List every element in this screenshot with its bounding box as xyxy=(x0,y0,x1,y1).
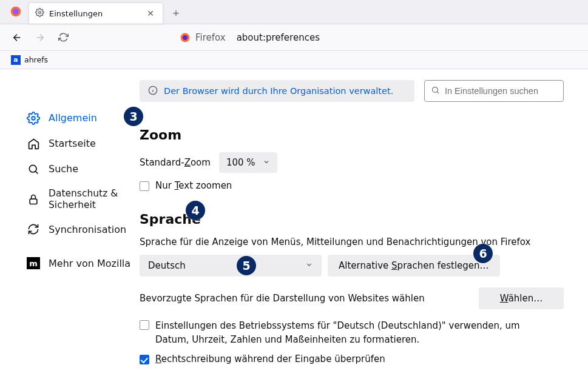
reload-button[interactable] xyxy=(53,28,73,47)
use-os-locale-label: Einstellungen des Betriebssystems für "D… xyxy=(155,319,540,346)
zoom-heading: Zoom xyxy=(140,127,564,143)
default-zoom-label: Standard-Zoom xyxy=(140,157,211,168)
default-zoom-select[interactable]: 100 % xyxy=(219,152,277,173)
preferences-sidebar: Allgemein 3 Startseite Suche Datenschutz… xyxy=(0,69,140,379)
sidebar-item-label: Datenschutz & Sicherheit xyxy=(49,188,135,210)
back-button[interactable] xyxy=(7,28,27,47)
sidebar-item-label: Startseite xyxy=(49,138,135,149)
preferences-content: Der Browser wird durch Ihre Organisation… xyxy=(140,69,588,379)
sidebar-item-label: Synchronisation xyxy=(49,224,135,235)
preferences-pane: Allgemein 3 Startseite Suche Datenschutz… xyxy=(0,69,588,379)
svg-point-1 xyxy=(13,8,19,15)
use-os-locale-checkbox[interactable]: Einstellungen des Betriebssystems für "D… xyxy=(140,319,540,346)
language-select[interactable]: Deutsch xyxy=(140,255,322,277)
close-icon[interactable]: ✕ xyxy=(144,7,157,19)
checkbox-icon xyxy=(140,320,149,330)
preferences-search[interactable] xyxy=(424,80,564,102)
svg-point-4 xyxy=(183,35,188,39)
address-app-label: Firefox xyxy=(195,32,226,43)
bookmarks-toolbar: a ahrefs xyxy=(0,51,588,69)
svg-point-9 xyxy=(433,87,438,93)
tab-strip: Einstellungen ✕ ＋ xyxy=(0,0,588,24)
tutorial-badge-6: 6 xyxy=(473,244,493,263)
sidebar-item-privacy[interactable]: Datenschutz & Sicherheit xyxy=(22,182,140,216)
default-zoom-value: 100 % xyxy=(226,157,255,168)
new-tab-button[interactable]: ＋ xyxy=(166,3,186,22)
sidebar-item-label: Allgemein xyxy=(49,112,135,124)
sidebar-item-home[interactable]: Startseite xyxy=(22,131,140,156)
bookmark-label: ahrefs xyxy=(24,55,48,64)
lock-icon xyxy=(27,193,40,206)
sidebar-item-search[interactable]: Suche xyxy=(22,156,140,182)
language-description: Sprache für die Anzeige von Menüs, Mitte… xyxy=(140,236,564,247)
info-icon xyxy=(148,86,158,97)
text-only-zoom-label: Nur Text zoomen xyxy=(155,180,232,191)
search-icon xyxy=(27,163,40,176)
spellcheck-checkbox[interactable]: Rechtschreibung während der Eingabe über… xyxy=(140,354,564,364)
spellcheck-label: Rechtschreibung während der Eingabe über… xyxy=(155,354,385,364)
search-icon xyxy=(431,86,440,96)
choose-languages-button[interactable]: Wählen… xyxy=(479,287,564,309)
tutorial-badge-3: 3 xyxy=(124,107,143,126)
sidebar-item-more-mozilla[interactable]: m Mehr von Mozilla xyxy=(22,250,140,276)
checkbox-icon xyxy=(140,181,149,191)
firefox-logo-icon xyxy=(180,32,191,43)
tutorial-badge-5: 5 xyxy=(237,256,256,275)
forward-button xyxy=(30,28,50,47)
firefox-logo-icon xyxy=(7,3,24,20)
svg-point-6 xyxy=(29,165,36,172)
address-bar[interactable]: Firefox about:preferences xyxy=(174,28,326,47)
svg-rect-7 xyxy=(30,199,37,204)
sidebar-item-label: Mehr von Mozilla xyxy=(49,258,135,269)
bookmark-icon: a xyxy=(11,55,21,65)
mozilla-icon: m xyxy=(27,257,40,270)
svg-point-2 xyxy=(39,12,41,14)
gear-icon xyxy=(35,8,44,19)
bookmark-ahrefs[interactable]: a ahrefs xyxy=(7,53,52,67)
sidebar-item-label: Suche xyxy=(49,163,135,175)
language-selected-value: Deutsch xyxy=(148,260,186,271)
sidebar-item-general[interactable]: Allgemein 3 xyxy=(22,106,140,131)
tutorial-badge-4: 4 xyxy=(186,201,205,220)
sidebar-item-sync[interactable]: Synchronisation xyxy=(22,216,140,242)
chevron-down-icon xyxy=(305,260,313,271)
text-only-zoom-checkbox[interactable]: Nur Text zoomen xyxy=(140,180,564,191)
tab-settings[interactable]: Einstellungen ✕ xyxy=(29,3,163,24)
chevron-down-icon xyxy=(263,157,270,168)
home-icon xyxy=(27,137,40,150)
sync-icon xyxy=(27,223,40,236)
tab-title: Einstellungen xyxy=(49,9,140,18)
nav-toolbar: Firefox about:preferences xyxy=(0,24,588,51)
website-language-description: Bevorzugte Sprachen für die Darstellung … xyxy=(140,293,425,304)
org-managed-banner: Der Browser wird durch Ihre Organisation… xyxy=(140,80,414,102)
preferences-search-input[interactable] xyxy=(445,86,559,96)
svg-point-5 xyxy=(32,116,35,120)
gear-icon xyxy=(27,112,40,125)
org-managed-link[interactable]: Der Browser wird durch Ihre Organisation… xyxy=(164,86,393,96)
address-url: about:preferences xyxy=(237,32,320,43)
checkbox-icon xyxy=(140,355,149,364)
